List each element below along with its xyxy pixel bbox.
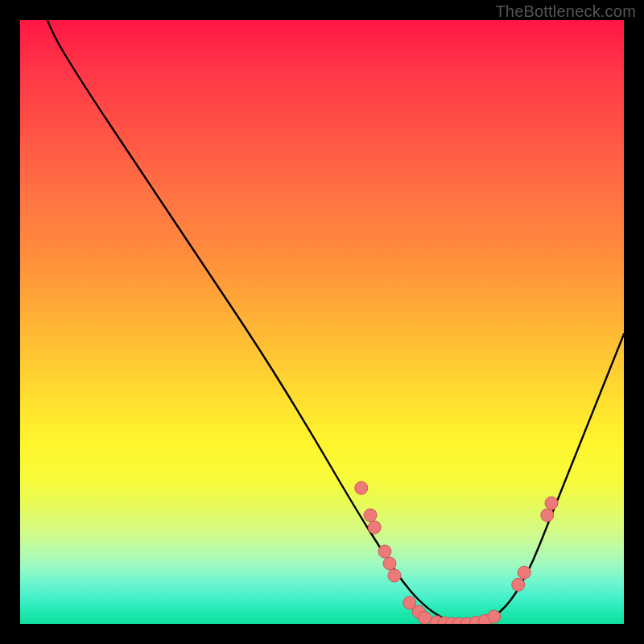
data-point xyxy=(545,497,558,510)
data-point xyxy=(368,521,381,534)
data-point xyxy=(355,481,368,494)
data-point xyxy=(364,509,377,522)
data-point xyxy=(541,509,554,522)
curve-layer xyxy=(20,20,624,624)
data-point xyxy=(378,545,391,558)
chart-frame: TheBottleneck.com xyxy=(0,0,644,644)
data-point xyxy=(419,612,431,625)
bottleneck-curve xyxy=(20,20,624,624)
data-point xyxy=(383,557,396,570)
data-point xyxy=(488,610,501,623)
watermark-text: TheBottleneck.com xyxy=(495,2,636,21)
data-point xyxy=(518,566,530,579)
plot-area xyxy=(20,20,624,624)
data-point xyxy=(388,569,401,582)
data-point xyxy=(512,578,525,591)
